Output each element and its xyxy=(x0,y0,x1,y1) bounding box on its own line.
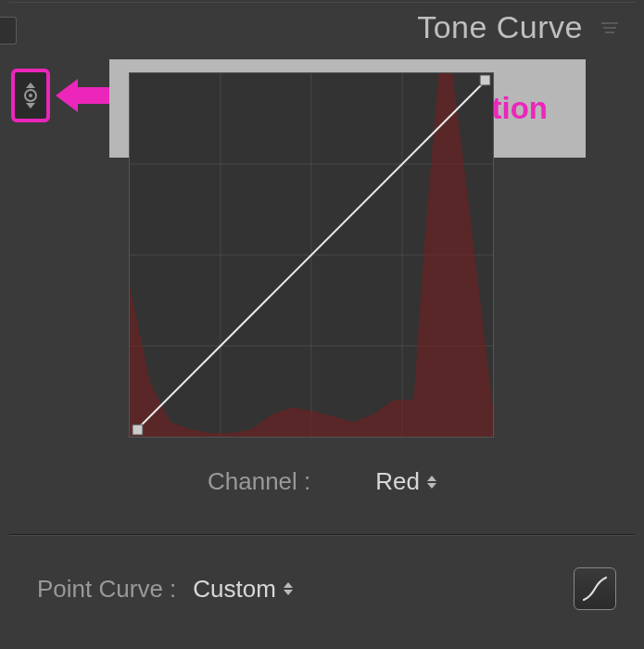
curve-icon xyxy=(581,575,609,603)
curve-point-shadow[interactable] xyxy=(133,425,143,435)
chevron-up-icon xyxy=(26,83,35,88)
stepper-icon xyxy=(284,582,293,595)
point-curve-row: Point Curve : Custom xyxy=(37,567,616,610)
targeted-adjustment-tool-button[interactable] xyxy=(11,69,50,122)
tone-curve-graph[interactable] xyxy=(129,72,494,438)
panel-top-divider xyxy=(9,2,635,3)
stepper-icon xyxy=(427,476,436,489)
curve-point-highlight[interactable] xyxy=(480,75,490,85)
channel-value-text: Red xyxy=(375,467,420,496)
target-icon xyxy=(24,89,37,102)
chevron-down-icon xyxy=(26,103,35,108)
channel-label: Channel : xyxy=(208,467,310,496)
point-curve-value-stepper[interactable]: Custom xyxy=(193,575,293,604)
section-divider xyxy=(9,534,635,536)
panel-left-edge xyxy=(0,17,17,45)
edit-point-curve-button[interactable] xyxy=(574,567,616,610)
panel-title: Tone Curve xyxy=(417,9,583,45)
channel-selector: Channel : Red xyxy=(0,467,644,496)
channel-value-stepper[interactable]: Red xyxy=(375,467,436,496)
panel-header: Tone Curve xyxy=(417,9,618,45)
panel-disclosure-icon[interactable] xyxy=(601,22,618,33)
annotation-arrow-icon xyxy=(56,76,109,115)
point-curve-label: Point Curve : xyxy=(37,575,176,604)
point-curve-value-text: Custom xyxy=(193,575,276,604)
